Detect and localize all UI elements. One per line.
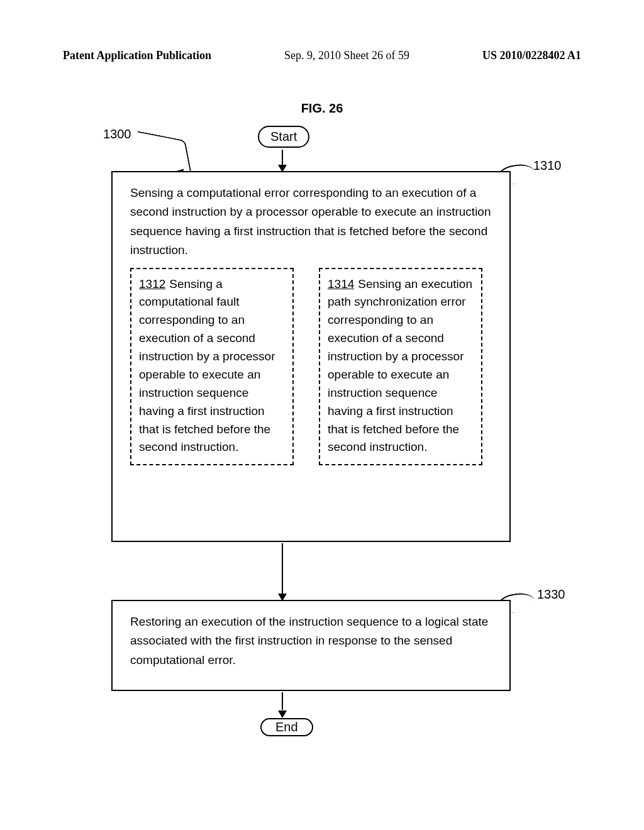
figure-label: FIG. 26	[0, 101, 644, 116]
substep-1312-ref: 1312	[139, 277, 165, 290]
step-1330-box: Restoring an execution of the instructio…	[111, 600, 511, 691]
header-mid: Sep. 9, 2010 Sheet 26 of 59	[284, 49, 409, 62]
page-header: Patent Application Publication Sep. 9, 2…	[0, 0, 644, 62]
substeps-wrap: 1312Sensing a computational fault corres…	[130, 268, 492, 466]
substep-1314-text: Sensing an execution path synchronizatio…	[328, 277, 472, 454]
arrow-line-1330-to-end	[282, 692, 283, 710]
ref-1310: 1310	[533, 158, 562, 173]
arrowhead-into-end	[278, 711, 287, 718]
step-1310-box: Sensing a computational error correspond…	[111, 171, 511, 542]
substep-1314: 1314Sensing an execution path synchroniz…	[319, 268, 482, 466]
substep-1312: 1312Sensing a computational fault corres…	[130, 268, 294, 466]
page: Patent Application Publication Sep. 9, 2…	[0, 0, 644, 830]
arrow-line-1310-to-1330	[282, 543, 283, 594]
header-right: US 2010/0228402 A1	[482, 49, 581, 62]
substep-1312-text: Sensing a computational fault correspond…	[139, 277, 275, 454]
step-1310-text: Sensing a computational error correspond…	[130, 184, 492, 260]
ref-1300: 1300	[103, 127, 131, 141]
ref-1330: 1330	[537, 587, 565, 602]
arrow-line-start-to-1310	[282, 150, 283, 165]
flowchart: 1300 Start 1310 Sensing a computational …	[83, 116, 561, 757]
step-1330-text: Restoring an execution of the instructio…	[130, 612, 492, 670]
substep-1314-ref: 1314	[328, 277, 354, 290]
start-node: Start	[258, 126, 309, 148]
header-left: Patent Application Publication	[63, 49, 211, 62]
end-node: End	[260, 718, 313, 736]
